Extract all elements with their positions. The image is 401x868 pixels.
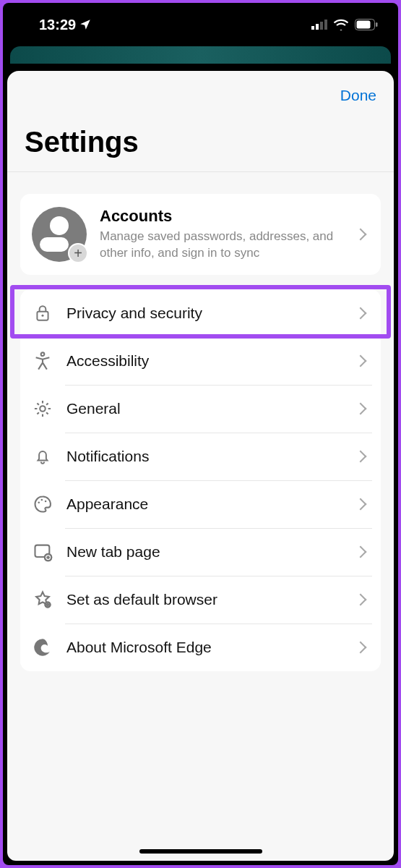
row-accessibility[interactable]: Accessibility bbox=[20, 337, 381, 385]
add-account-icon: + bbox=[68, 243, 88, 263]
svg-rect-3 bbox=[324, 20, 327, 30]
row-label: About Microsoft Edge bbox=[66, 639, 343, 656]
row-label: Appearance bbox=[66, 495, 343, 513]
chevron-right-icon bbox=[355, 594, 367, 606]
row-appearance[interactable]: Appearance bbox=[20, 480, 381, 528]
row-label: Notifications bbox=[66, 448, 343, 465]
bell-icon bbox=[32, 446, 53, 467]
gear-icon bbox=[32, 398, 53, 420]
row-general[interactable]: General bbox=[20, 385, 381, 433]
svg-rect-0 bbox=[311, 26, 314, 30]
row-privacy-security[interactable]: Privacy and security bbox=[20, 289, 381, 337]
row-about-edge[interactable]: About Microsoft Edge bbox=[20, 624, 381, 671]
status-bar: 13:29 bbox=[3, 3, 398, 46]
settings-list: Privacy and security Accessibility bbox=[20, 289, 381, 671]
battery-icon bbox=[355, 19, 378, 30]
row-label: Privacy and security bbox=[66, 305, 343, 322]
wifi-icon bbox=[333, 19, 349, 30]
row-default-browser[interactable]: Set as default browser bbox=[20, 576, 381, 624]
chevron-right-icon bbox=[355, 229, 367, 241]
chevron-right-icon bbox=[355, 451, 367, 463]
chevron-right-icon bbox=[355, 546, 367, 558]
svg-point-8 bbox=[41, 315, 43, 317]
row-new-tab-page[interactable]: New tab page bbox=[20, 528, 381, 576]
cellular-icon bbox=[311, 20, 327, 30]
palette-icon bbox=[32, 493, 53, 515]
settings-sheet: Done Settings + Accounts Manage saved pa… bbox=[7, 71, 394, 861]
accounts-title: Accounts bbox=[100, 207, 343, 226]
done-button[interactable]: Done bbox=[340, 87, 376, 104]
accounts-subtitle: Manage saved passwords, addresses, and o… bbox=[100, 229, 343, 262]
accessibility-icon bbox=[32, 350, 53, 372]
svg-point-9 bbox=[41, 352, 45, 356]
svg-point-10 bbox=[40, 406, 45, 411]
row-label: Accessibility bbox=[66, 352, 343, 370]
home-indicator[interactable] bbox=[139, 849, 262, 854]
row-label: Set as default browser bbox=[66, 591, 343, 608]
row-label: New tab page bbox=[66, 543, 343, 561]
svg-rect-5 bbox=[357, 21, 371, 29]
star-gear-icon bbox=[32, 589, 53, 610]
chevron-right-icon bbox=[355, 355, 367, 367]
svg-rect-1 bbox=[316, 24, 319, 30]
chevron-right-icon bbox=[355, 642, 367, 654]
lock-icon bbox=[32, 302, 53, 324]
chevron-right-icon bbox=[355, 307, 367, 320]
svg-rect-6 bbox=[376, 22, 378, 27]
device-frame: 13:29 bbox=[3, 3, 398, 865]
svg-point-11 bbox=[38, 501, 40, 503]
svg-point-12 bbox=[41, 499, 43, 501]
status-time: 13:29 bbox=[39, 17, 76, 33]
location-icon bbox=[79, 18, 92, 31]
svg-rect-2 bbox=[320, 22, 323, 30]
accounts-card[interactable]: + Accounts Manage saved passwords, addre… bbox=[20, 194, 381, 275]
new-tab-icon bbox=[32, 541, 53, 563]
page-title: Settings bbox=[7, 109, 394, 172]
account-avatar: + bbox=[32, 207, 87, 262]
chevron-right-icon bbox=[355, 498, 367, 511]
chevron-right-icon bbox=[355, 403, 367, 415]
edge-logo-icon bbox=[32, 637, 53, 658]
svg-point-13 bbox=[45, 501, 47, 503]
row-notifications[interactable]: Notifications bbox=[20, 433, 381, 480]
row-label: General bbox=[66, 400, 343, 417]
background-app-strip bbox=[10, 46, 391, 64]
